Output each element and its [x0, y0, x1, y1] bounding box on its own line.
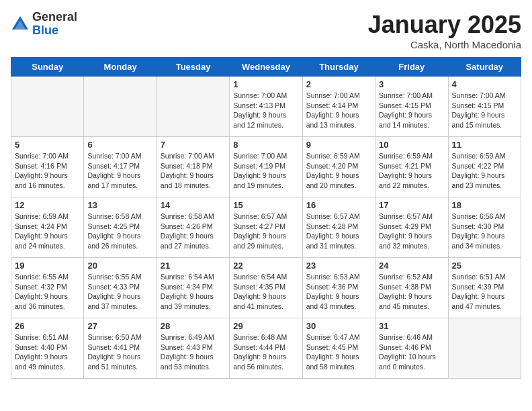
calendar-cell: 4Sunrise: 7:00 AMSunset: 4:15 PMDaylight… [448, 77, 521, 137]
day-detail: Sunrise: 6:52 AMSunset: 4:38 PMDaylight:… [379, 272, 444, 312]
calendar-cell: 18Sunrise: 6:56 AMSunset: 4:30 PMDayligh… [448, 197, 521, 258]
day-number: 7 [161, 140, 226, 150]
day-number: 16 [306, 200, 371, 210]
day-number: 22 [233, 261, 298, 271]
day-number: 26 [15, 321, 80, 331]
day-number: 15 [233, 200, 298, 210]
day-number: 30 [306, 321, 371, 331]
day-number: 28 [161, 321, 226, 331]
day-detail: Sunrise: 7:00 AMSunset: 4:19 PMDaylight:… [233, 151, 298, 191]
day-detail: Sunrise: 6:55 AMSunset: 4:32 PMDaylight:… [15, 272, 80, 312]
day-number: 14 [161, 200, 226, 210]
logo-general: General [32, 10, 77, 24]
calendar-cell: 31Sunrise: 6:46 AMSunset: 4:46 PMDayligh… [375, 318, 448, 379]
calendar-cell: 16Sunrise: 6:57 AMSunset: 4:28 PMDayligh… [302, 197, 375, 258]
day-detail: Sunrise: 6:58 AMSunset: 4:26 PMDaylight:… [161, 212, 226, 251]
calendar-cell: 10Sunrise: 6:59 AMSunset: 4:21 PMDayligh… [375, 137, 448, 197]
logo: General Blue [11, 11, 77, 38]
calendar-cell: 13Sunrise: 6:58 AMSunset: 4:25 PMDayligh… [84, 197, 157, 258]
calendar-cell: 28Sunrise: 6:49 AMSunset: 4:43 PMDayligh… [157, 318, 229, 379]
calendar-cell: 6Sunrise: 7:00 AMSunset: 4:17 PMDaylight… [84, 137, 157, 197]
calendar-cell: 29Sunrise: 6:48 AMSunset: 4:44 PMDayligh… [230, 318, 302, 379]
day-number: 31 [379, 321, 444, 331]
day-number: 1 [233, 79, 298, 89]
day-detail: Sunrise: 6:56 AMSunset: 4:30 PMDaylight:… [452, 212, 517, 251]
day-number: 4 [452, 79, 517, 89]
calendar-cell: 17Sunrise: 6:57 AMSunset: 4:29 PMDayligh… [375, 197, 448, 258]
logo-text: General Blue [32, 11, 77, 38]
day-number: 25 [452, 261, 517, 271]
day-detail: Sunrise: 6:58 AMSunset: 4:25 PMDaylight:… [87, 212, 152, 251]
calendar-cell: 3Sunrise: 7:00 AMSunset: 4:15 PMDaylight… [375, 77, 448, 137]
day-detail: Sunrise: 6:57 AMSunset: 4:29 PMDaylight:… [379, 212, 444, 251]
day-number: 18 [452, 200, 517, 210]
day-detail: Sunrise: 6:57 AMSunset: 4:28 PMDaylight:… [306, 212, 371, 251]
day-detail: Sunrise: 6:59 AMSunset: 4:24 PMDaylight:… [15, 212, 80, 251]
header: General Blue January 2025 Caska, North M… [11, 11, 521, 50]
day-number: 10 [379, 140, 444, 150]
calendar-cell: 14Sunrise: 6:58 AMSunset: 4:26 PMDayligh… [157, 197, 229, 258]
day-detail: Sunrise: 6:55 AMSunset: 4:33 PMDaylight:… [87, 272, 152, 312]
calendar-cell: 23Sunrise: 6:53 AMSunset: 4:36 PMDayligh… [302, 258, 375, 318]
day-number: 5 [15, 140, 80, 150]
calendar-cell: 1Sunrise: 7:00 AMSunset: 4:13 PMDaylight… [230, 77, 302, 137]
day-detail: Sunrise: 7:00 AMSunset: 4:17 PMDaylight:… [87, 151, 152, 191]
day-number: 13 [87, 200, 152, 210]
day-detail: Sunrise: 6:57 AMSunset: 4:27 PMDaylight:… [233, 212, 298, 251]
day-number: 24 [379, 261, 444, 271]
calendar-cell: 27Sunrise: 6:50 AMSunset: 4:41 PMDayligh… [84, 318, 157, 379]
day-number: 2 [306, 79, 371, 89]
calendar-cell: 25Sunrise: 6:51 AMSunset: 4:39 PMDayligh… [448, 258, 521, 318]
day-detail: Sunrise: 7:00 AMSunset: 4:15 PMDaylight:… [452, 91, 517, 130]
day-detail: Sunrise: 6:48 AMSunset: 4:44 PMDaylight:… [233, 332, 298, 372]
calendar-cell [448, 318, 521, 379]
calendar-cell [11, 77, 84, 137]
calendar-cell: 21Sunrise: 6:54 AMSunset: 4:34 PMDayligh… [157, 258, 229, 318]
day-detail: Sunrise: 6:47 AMSunset: 4:45 PMDaylight:… [306, 332, 371, 372]
day-detail: Sunrise: 6:59 AMSunset: 4:22 PMDaylight:… [452, 151, 517, 191]
title-area: January 2025 Caska, North Macedonia [368, 11, 521, 50]
calendar-cell: 11Sunrise: 6:59 AMSunset: 4:22 PMDayligh… [448, 137, 521, 197]
day-detail: Sunrise: 6:54 AMSunset: 4:35 PMDaylight:… [233, 272, 298, 312]
day-detail: Sunrise: 6:49 AMSunset: 4:43 PMDaylight:… [161, 332, 226, 372]
day-number: 11 [452, 140, 517, 150]
day-detail: Sunrise: 7:00 AMSunset: 4:14 PMDaylight:… [306, 91, 371, 130]
day-number: 27 [87, 321, 152, 331]
day-detail: Sunrise: 6:51 AMSunset: 4:39 PMDaylight:… [452, 272, 517, 312]
day-number: 9 [306, 140, 371, 150]
calendar-cell [157, 77, 229, 137]
calendar-cell: 9Sunrise: 6:59 AMSunset: 4:20 PMDaylight… [302, 137, 375, 197]
day-number: 17 [379, 200, 444, 210]
weekday-header-sunday: Sunday [11, 58, 84, 77]
day-number: 23 [306, 261, 371, 271]
day-number: 3 [379, 79, 444, 89]
day-number: 21 [161, 261, 226, 271]
day-number: 19 [15, 261, 80, 271]
location: Caska, North Macedonia [368, 39, 521, 50]
day-number: 8 [233, 140, 298, 150]
day-number: 20 [87, 261, 152, 271]
day-number: 12 [15, 200, 80, 210]
weekday-header-thursday: Thursday [302, 58, 375, 77]
day-detail: Sunrise: 7:00 AMSunset: 4:16 PMDaylight:… [15, 151, 80, 191]
calendar-cell: 7Sunrise: 7:00 AMSunset: 4:18 PMDaylight… [157, 137, 229, 197]
calendar-cell: 2Sunrise: 7:00 AMSunset: 4:14 PMDaylight… [302, 77, 375, 137]
calendar-cell: 30Sunrise: 6:47 AMSunset: 4:45 PMDayligh… [302, 318, 375, 379]
day-detail: Sunrise: 6:51 AMSunset: 4:40 PMDaylight:… [15, 332, 80, 372]
weekday-header-saturday: Saturday [448, 58, 521, 77]
calendar-cell: 8Sunrise: 7:00 AMSunset: 4:19 PMDaylight… [230, 137, 302, 197]
day-detail: Sunrise: 6:54 AMSunset: 4:34 PMDaylight:… [161, 272, 226, 312]
day-number: 29 [233, 321, 298, 331]
weekday-header-tuesday: Tuesday [157, 58, 229, 77]
day-number: 6 [87, 140, 152, 150]
logo-blue: Blue [32, 24, 58, 37]
weekday-header-wednesday: Wednesday [230, 58, 302, 77]
day-detail: Sunrise: 6:53 AMSunset: 4:36 PMDaylight:… [306, 272, 371, 312]
logo-icon [11, 15, 30, 34]
calendar: SundayMondayTuesdayWednesdayThursdayFrid… [11, 57, 521, 379]
day-detail: Sunrise: 6:50 AMSunset: 4:41 PMDaylight:… [87, 332, 152, 372]
day-detail: Sunrise: 7:00 AMSunset: 4:18 PMDaylight:… [161, 151, 226, 191]
calendar-cell: 20Sunrise: 6:55 AMSunset: 4:33 PMDayligh… [84, 258, 157, 318]
day-detail: Sunrise: 6:59 AMSunset: 4:21 PMDaylight:… [379, 151, 444, 191]
calendar-cell: 24Sunrise: 6:52 AMSunset: 4:38 PMDayligh… [375, 258, 448, 318]
